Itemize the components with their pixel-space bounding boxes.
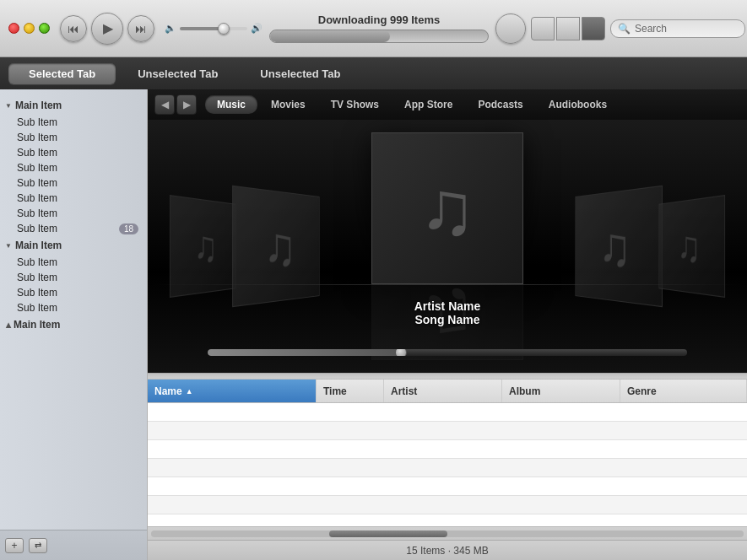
- list-item[interactable]: Sub Item: [0, 130, 147, 145]
- list-item[interactable]: Sub Item: [0, 206, 147, 221]
- download-area: Downloading 999 Items: [269, 13, 489, 43]
- scroll-track: [151, 530, 744, 537]
- status-bar: 15 Items · 345 MB: [148, 540, 747, 560]
- sidebar-group-1-items: Sub Item Sub Item Sub Item Sub Item Sub …: [0, 115, 147, 236]
- progress-bar: [269, 30, 489, 43]
- scrubber-knob: [395, 349, 407, 356]
- right-controls: 🔍 Search: [495, 13, 745, 44]
- window-controls: [8, 23, 50, 34]
- fast-forward-icon: ⏭: [135, 22, 147, 35]
- nav-item-tvshows[interactable]: TV Shows: [319, 95, 391, 114]
- album-cover-left: ♫: [232, 186, 319, 307]
- album-cover-center: ♫: [371, 132, 523, 284]
- list-item[interactable]: Sub Item: [0, 255, 147, 270]
- play-button[interactable]: ▶: [91, 13, 123, 45]
- maximize-button[interactable]: [39, 23, 50, 34]
- sidebar-group-2-items: Sub Item Sub Item Sub Item Sub Item: [0, 255, 147, 315]
- rewind-button[interactable]: ⏮: [60, 15, 87, 42]
- scrubber-bar[interactable]: [208, 349, 687, 356]
- volume-control: 🔈 🔊: [165, 23, 263, 34]
- horizontal-scrollbar[interactable]: [148, 526, 747, 540]
- sidebar-group-label-3: Main Item: [14, 319, 60, 331]
- list-item[interactable]: Sub Item: [0, 270, 147, 285]
- close-button[interactable]: [8, 23, 19, 34]
- nav-item-music[interactable]: Music: [205, 95, 257, 114]
- sort-arrow-icon: ▲: [186, 387, 193, 396]
- column-header-time[interactable]: Time: [317, 380, 384, 402]
- content-pane: ◀ ▶ Music Movies TV Shows App Store Podc…: [148, 89, 747, 560]
- list-view-button[interactable]: [531, 17, 555, 40]
- sidebar-group-label-2: Main Item: [15, 240, 62, 251]
- artist-info: Artist Name Song Name: [414, 299, 481, 326]
- grid-view-button[interactable]: [582, 17, 605, 40]
- table-row[interactable]: [148, 422, 747, 440]
- list-item[interactable]: Sub Item: [0, 175, 147, 191]
- sidebar-group-main-item-1[interactable]: ▼ Main Item: [0, 96, 147, 115]
- nav-item-movies[interactable]: Movies: [259, 95, 317, 114]
- list-item[interactable]: Sub Item: [0, 285, 147, 300]
- nav-back-button[interactable]: ◀: [154, 94, 175, 115]
- tab-bar: Selected Tab Unselected Tab Unselected T…: [0, 57, 747, 89]
- sidebar-footer: + ⇄: [0, 530, 147, 560]
- tab-unselected-2[interactable]: Unselected Tab: [240, 63, 360, 84]
- list-item[interactable]: Sub Item: [0, 191, 147, 206]
- table-row[interactable]: [148, 514, 747, 526]
- tab-unselected-1[interactable]: Unselected Tab: [117, 63, 238, 84]
- list-item[interactable]: Sub Item 18: [0, 221, 147, 236]
- music-note-icon: ♫: [598, 213, 631, 279]
- fast-forward-button[interactable]: ⏭: [127, 15, 154, 42]
- album-cover-right: ♫: [575, 186, 662, 307]
- view-buttons: [531, 17, 605, 40]
- volume-slider[interactable]: [180, 27, 247, 30]
- nav-forward-button[interactable]: ▶: [176, 94, 197, 115]
- list-item[interactable]: Sub Item: [0, 300, 147, 315]
- sidebar-group-label-1: Main Item: [15, 100, 62, 111]
- table-row[interactable]: [148, 403, 747, 422]
- table-row[interactable]: [148, 440, 747, 459]
- album-cover-far-left: ♫: [170, 195, 236, 298]
- minimize-button[interactable]: [24, 23, 35, 34]
- list-item[interactable]: Sub Item: [0, 115, 147, 130]
- table-area: Name ▲ Time Artist Album Genre: [148, 380, 747, 526]
- sidebar-group-main-item-2[interactable]: ▼ Main Item: [0, 236, 147, 255]
- search-icon: 🔍: [618, 23, 631, 35]
- table-body[interactable]: [148, 403, 747, 526]
- table-row[interactable]: [148, 459, 747, 477]
- album-view-button[interactable]: [556, 17, 580, 40]
- column-header-artist[interactable]: Artist: [384, 380, 502, 402]
- expand-icon-2: ▼: [5, 242, 12, 250]
- search-input[interactable]: Search: [635, 23, 738, 35]
- column-header-name[interactable]: Name ▲: [148, 380, 317, 402]
- table-row[interactable]: [148, 477, 747, 496]
- column-header-album[interactable]: Album: [502, 380, 620, 402]
- artist-name: Artist Name: [414, 299, 481, 313]
- column-header-genre[interactable]: Genre: [620, 380, 747, 402]
- coverflow-button[interactable]: [495, 13, 526, 44]
- album-cover-far-right: ♫: [658, 195, 725, 298]
- table-row[interactable]: [148, 496, 747, 514]
- search-box[interactable]: 🔍 Search: [610, 19, 745, 38]
- sidebar-group-main-item-3[interactable]: ▶ Main Item: [0, 315, 147, 334]
- sidebar-scroll[interactable]: ▼ Main Item Sub Item Sub Item Sub Item S…: [0, 89, 147, 530]
- tab-selected[interactable]: Selected Tab: [8, 63, 116, 84]
- volume-knob: [218, 23, 230, 35]
- pane-divider[interactable]: [148, 373, 747, 380]
- sidebar-badge-1: 18: [119, 223, 138, 234]
- list-item[interactable]: Sub Item: [0, 160, 147, 175]
- nav-item-appstore[interactable]: App Store: [392, 95, 464, 114]
- rewind-icon: ⏮: [68, 22, 79, 35]
- nav-item-audiobooks[interactable]: Audiobooks: [537, 95, 619, 114]
- nav-item-podcasts[interactable]: Podcasts: [466, 95, 534, 114]
- toolbar: ⏮ ▶ ⏭ 🔈 🔊 Downloading 999 Items 🔍: [0, 0, 747, 57]
- add-item-button[interactable]: +: [5, 538, 24, 553]
- shuffle-button[interactable]: ⇄: [29, 538, 47, 553]
- scroll-thumb[interactable]: [329, 530, 447, 537]
- transport-controls: ⏮ ▶ ⏭: [60, 13, 154, 45]
- status-text: 15 Items · 345 MB: [406, 545, 488, 557]
- nav-items: Music Movies TV Shows App Store Podcasts…: [205, 95, 619, 114]
- cover-flow[interactable]: ♫ ♫ ♫ ♫ ♫ ♫: [148, 120, 747, 373]
- list-item[interactable]: Sub Item: [0, 145, 147, 160]
- expand-icon-3: ▶: [4, 322, 12, 327]
- play-icon: ▶: [103, 20, 113, 36]
- download-title: Downloading 999 Items: [318, 13, 440, 26]
